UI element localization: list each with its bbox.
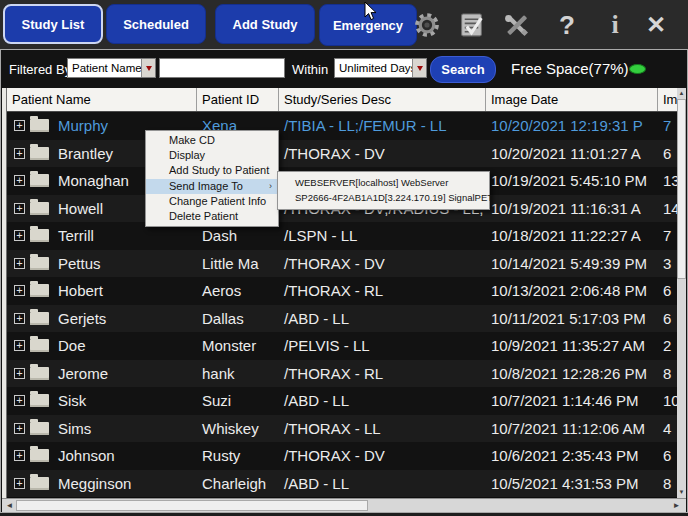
send-image-submenu: WEBSERVER[localhost] WebServerSP2666-4F2… xyxy=(277,171,490,210)
column-header-patient-name[interactable]: Patient Name xyxy=(7,88,197,111)
expand-icon[interactable] xyxy=(14,395,25,406)
patient-name-cell: Sims xyxy=(7,415,197,443)
scroll-up-icon[interactable]: ▲ xyxy=(677,88,686,99)
patient-name: Brantley xyxy=(58,145,113,162)
context-menu: Make CDDisplayAdd Study to PatientSend I… xyxy=(145,130,279,227)
scheduled-button[interactable]: Scheduled xyxy=(106,4,206,44)
horizontal-scrollbar[interactable]: ◄ ► xyxy=(2,498,686,512)
table-row[interactable]: DoeMonster/PELVIS - LL10/9/2021 11:35:27… xyxy=(7,332,677,360)
study-desc-cell: /ABD - LL xyxy=(279,470,486,498)
table-body: MurphyXena/TIBIA - LL;/FEMUR - LL10/20/2… xyxy=(7,112,677,498)
filter-text-input[interactable] xyxy=(159,58,285,78)
expand-icon[interactable] xyxy=(14,230,25,241)
patient-name: Pettus xyxy=(58,255,101,272)
image-date-cell: 10/20/2021 11:01:27 A xyxy=(486,140,658,168)
study-desc-cell: /THORAX - RL xyxy=(279,360,486,388)
free-space-label: Free Space(77%) xyxy=(511,60,629,77)
info-icon[interactable]: i xyxy=(596,6,634,44)
expand-icon[interactable] xyxy=(14,285,25,296)
patient-name: Hobert xyxy=(58,282,103,299)
add-study-button[interactable]: Add Study xyxy=(215,4,315,44)
expand-icon[interactable] xyxy=(14,120,25,131)
expand-icon[interactable] xyxy=(14,148,25,159)
context-menu-item[interactable]: Change Patient Info xyxy=(146,194,278,209)
filter-field-value: Patient Name xyxy=(68,59,141,77)
patient-name: Sims xyxy=(58,420,91,437)
tools-icon[interactable] xyxy=(498,6,536,44)
patient-name-cell: Johnson xyxy=(7,442,197,470)
context-menu-item[interactable]: Add Study to Patient xyxy=(146,163,278,178)
image-count-cell: 4 xyxy=(658,415,677,443)
help-icon[interactable]: ? xyxy=(548,6,586,44)
study-desc-cell: /THORAX - DV xyxy=(279,442,486,470)
expand-icon[interactable] xyxy=(14,175,25,186)
study-list-button[interactable]: Study List xyxy=(3,4,103,44)
scroll-left-icon[interactable]: ◄ xyxy=(3,499,16,512)
image-count-cell: 14 xyxy=(658,195,677,223)
study-desc-cell: /ABD - LL xyxy=(279,387,486,415)
vertical-scrollbar[interactable]: ▲ ▼ xyxy=(677,88,686,498)
column-header-image-date[interactable]: Image Date xyxy=(486,88,658,111)
scroll-down-icon[interactable]: ▼ xyxy=(677,487,686,498)
image-date-cell: 10/14/2021 5:49:39 PM xyxy=(486,250,658,278)
table-row[interactable]: PettusLittle Ma/THORAX - DV10/14/2021 5:… xyxy=(7,250,677,278)
scroll-right-icon[interactable]: ► xyxy=(670,499,683,512)
table-row[interactable]: Brantley/THORAX - DV10/20/2021 11:01:27 … xyxy=(7,140,677,168)
context-menu-item[interactable]: Make CD xyxy=(146,133,278,148)
table-row[interactable]: MurphyXena/TIBIA - LL;/FEMUR - LL10/20/2… xyxy=(7,112,677,140)
patient-name: Monaghan xyxy=(58,172,129,189)
context-menu-item[interactable]: Delete Patient xyxy=(146,209,278,224)
image-date-cell: 10/7/2021 1:14:46 PM xyxy=(486,387,658,415)
context-menu-item[interactable]: Send Image To› xyxy=(146,179,278,194)
table-row[interactable]: Jeromehank/THORAX - RL10/8/2021 12:28:26… xyxy=(7,360,677,388)
table-row[interactable]: GerjetsDallas/ABD - LL10/11/2021 5:17:03… xyxy=(7,305,677,333)
gear-icon[interactable] xyxy=(408,6,446,44)
within-value: Unlimited Days xyxy=(335,59,412,77)
image-count-cell: 7 xyxy=(658,222,677,250)
expand-icon[interactable] xyxy=(14,340,25,351)
vertical-scrollbar-thumb[interactable] xyxy=(677,99,686,279)
emergency-button[interactable]: Emergency xyxy=(319,4,417,46)
patient-id-cell: Little Ma xyxy=(197,250,279,278)
horizontal-scrollbar-thumb[interactable] xyxy=(16,500,368,511)
expand-icon[interactable] xyxy=(14,423,25,434)
expand-icon[interactable] xyxy=(14,313,25,324)
expand-icon[interactable] xyxy=(14,258,25,269)
expand-icon[interactable] xyxy=(14,368,25,379)
folder-icon xyxy=(30,394,49,407)
search-button[interactable]: Search xyxy=(430,56,496,83)
dropdown-arrow-icon[interactable] xyxy=(412,59,426,77)
table-row[interactable]: SimsWhiskey/THORAX - LL10/7/2021 11:12:0… xyxy=(7,415,677,443)
filter-field-dropdown[interactable]: Patient Name xyxy=(67,58,156,78)
table-row[interactable]: SiskSuzi/ABD - LL10/7/2021 1:14:46 PM10 xyxy=(7,387,677,415)
table-row[interactable]: JohnsonRusty/THORAX - DV10/6/2021 2:35:4… xyxy=(7,442,677,470)
patient-name: Johnson xyxy=(58,447,115,464)
image-date-cell: 10/19/2021 11:16:31 A xyxy=(486,195,658,223)
context-menu-item[interactable]: Display xyxy=(146,148,278,163)
study-table: Patient Name Patient ID Study/Series Des… xyxy=(2,88,686,512)
column-header-patient-id[interactable]: Patient ID xyxy=(197,88,279,111)
patient-name: Gerjets xyxy=(58,310,106,327)
submenu-item[interactable]: SP2666-4F2AB1A1D[3.224.170.19] SignalPET xyxy=(278,191,489,206)
expand-icon[interactable] xyxy=(14,478,25,489)
patient-name-cell: Pettus xyxy=(7,250,197,278)
report-icon[interactable] xyxy=(453,6,491,44)
patient-name: Jerome xyxy=(58,365,108,382)
column-header-study-desc[interactable]: Study/Series Desc xyxy=(279,88,486,111)
table-row[interactable]: MegginsonCharleigh/ABD - LL10/5/2021 4:3… xyxy=(7,470,677,498)
dropdown-arrow-icon[interactable] xyxy=(141,59,155,77)
study-desc-cell: /ABD - LL xyxy=(279,305,486,333)
table-row[interactable]: TerrillDash/LSPN - LL10/18/2021 11:22:27… xyxy=(7,222,677,250)
column-header-images[interactable]: Im xyxy=(658,88,677,111)
close-glyph: ✕ xyxy=(646,11,666,39)
table-header: Patient Name Patient ID Study/Series Des… xyxy=(7,88,677,112)
image-count-cell: 8 xyxy=(658,470,677,498)
submenu-item[interactable]: WEBSERVER[localhost] WebServer xyxy=(278,176,489,191)
expand-icon[interactable] xyxy=(14,450,25,461)
folder-icon xyxy=(30,477,49,490)
table-row[interactable]: HobertAeros/THORAX - RL10/13/2021 2:06:4… xyxy=(7,277,677,305)
within-dropdown[interactable]: Unlimited Days xyxy=(334,58,427,78)
close-icon[interactable]: ✕ xyxy=(637,6,675,44)
expand-icon[interactable] xyxy=(14,203,25,214)
patient-name-cell: Sisk xyxy=(7,387,197,415)
